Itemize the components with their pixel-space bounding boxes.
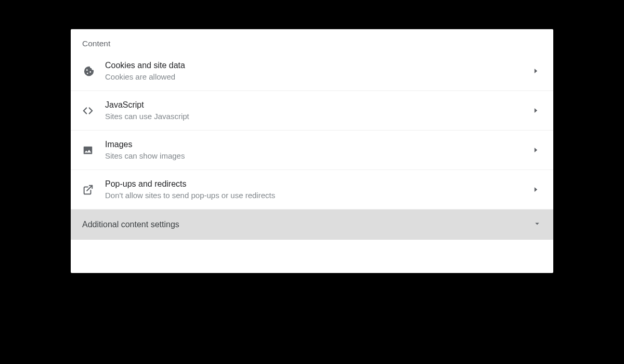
row-text: Images Sites can show images — [105, 140, 529, 160]
section-title: Content — [71, 30, 553, 51]
row-title: Pop-ups and redirects — [105, 179, 529, 189]
row-subtitle: Don't allow sites to send pop-ups or use… — [105, 191, 529, 200]
row-text: Pop-ups and redirects Don't allow sites … — [105, 179, 529, 200]
row-title: Images — [105, 140, 529, 149]
code-icon — [82, 105, 105, 116]
row-subtitle: Sites can use Javascript — [105, 112, 529, 121]
content-settings-panel: Content Cookies and site data Cookies ar… — [71, 29, 553, 273]
chevron-right-icon — [529, 108, 542, 113]
chevron-right-icon — [529, 187, 542, 192]
cookie-icon — [82, 66, 105, 77]
row-subtitle: Cookies are allowed — [105, 72, 529, 81]
chevron-right-icon — [529, 148, 542, 152]
row-text: Cookies and site data Cookies are allowe… — [105, 61, 529, 81]
chevron-right-icon — [529, 69, 542, 73]
expand-label: Additional content settings — [82, 220, 179, 229]
row-images[interactable]: Images Sites can show images — [71, 131, 553, 170]
row-javascript[interactable]: JavaScript Sites can use Javascript — [71, 91, 553, 131]
row-cookies[interactable]: Cookies and site data Cookies are allowe… — [71, 51, 553, 91]
row-title: JavaScript — [105, 100, 529, 110]
svg-line-0 — [87, 185, 92, 190]
row-subtitle: Sites can show images — [105, 151, 529, 160]
chevron-down-icon — [532, 219, 542, 230]
additional-content-settings[interactable]: Additional content settings — [71, 210, 553, 240]
row-title: Cookies and site data — [105, 61, 529, 70]
row-popups[interactable]: Pop-ups and redirects Don't allow sites … — [71, 170, 553, 210]
row-text: JavaScript Sites can use Javascript — [105, 100, 529, 121]
launch-icon — [82, 184, 105, 196]
image-icon — [82, 145, 105, 156]
